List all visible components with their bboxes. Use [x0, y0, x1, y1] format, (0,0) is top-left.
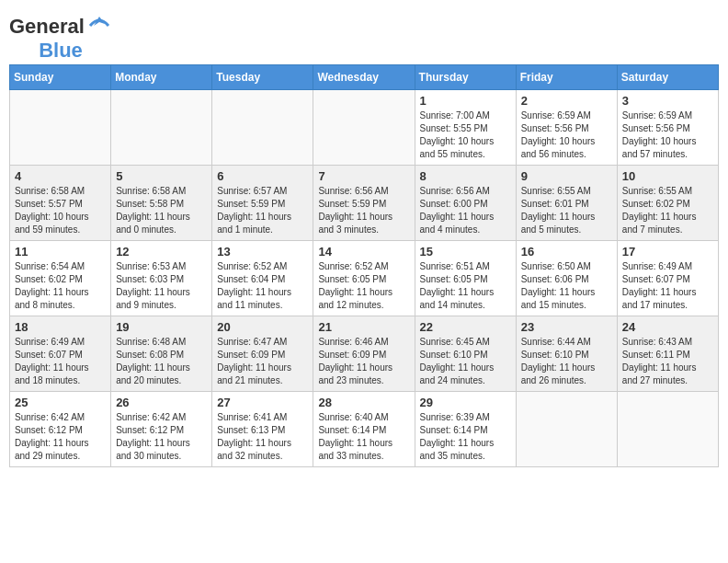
- calendar-cell: 7Sunrise: 6:56 AM Sunset: 5:59 PM Daylig…: [313, 166, 415, 241]
- calendar-cell: 21Sunrise: 6:46 AM Sunset: 6:09 PM Dayli…: [313, 316, 415, 392]
- calendar-cell: 24Sunrise: 6:43 AM Sunset: 6:11 PM Dayli…: [617, 316, 718, 392]
- day-info: Sunrise: 6:39 AM Sunset: 6:14 PM Dayligh…: [420, 411, 511, 463]
- day-number: 23: [521, 320, 612, 334]
- day-number: 24: [622, 320, 713, 334]
- day-number: 6: [217, 169, 308, 183]
- calendar-cell: 25Sunrise: 6:42 AM Sunset: 6:12 PM Dayli…: [10, 392, 111, 467]
- day-info: Sunrise: 7:00 AM Sunset: 5:55 PM Dayligh…: [420, 109, 511, 161]
- calendar-cell: 13Sunrise: 6:52 AM Sunset: 6:04 PM Dayli…: [212, 241, 313, 316]
- day-info: Sunrise: 6:42 AM Sunset: 6:12 PM Dayligh…: [15, 411, 106, 463]
- day-info: Sunrise: 6:51 AM Sunset: 6:05 PM Dayligh…: [420, 260, 511, 312]
- day-info: Sunrise: 6:44 AM Sunset: 6:10 PM Dayligh…: [521, 336, 612, 387]
- day-info: Sunrise: 6:57 AM Sunset: 5:59 PM Dayligh…: [217, 185, 308, 236]
- calendar-cell: 28Sunrise: 6:40 AM Sunset: 6:14 PM Dayli…: [313, 392, 415, 467]
- day-info: Sunrise: 6:52 AM Sunset: 6:05 PM Dayligh…: [318, 260, 409, 312]
- day-info: Sunrise: 6:50 AM Sunset: 6:06 PM Dayligh…: [521, 260, 612, 312]
- column-header-monday: Monday: [111, 65, 212, 90]
- day-info: Sunrise: 6:56 AM Sunset: 6:00 PM Dayligh…: [420, 185, 511, 236]
- day-info: Sunrise: 6:40 AM Sunset: 6:14 PM Dayligh…: [318, 411, 409, 463]
- day-number: 15: [420, 245, 511, 259]
- calendar-header-row: SundayMondayTuesdayWednesdayThursdayFrid…: [10, 65, 719, 90]
- calendar-cell: [10, 90, 111, 166]
- calendar-cell: 2Sunrise: 6:59 AM Sunset: 5:56 PM Daylig…: [516, 90, 617, 166]
- calendar-cell: 19Sunrise: 6:48 AM Sunset: 6:08 PM Dayli…: [111, 316, 212, 392]
- column-header-sunday: Sunday: [10, 65, 111, 90]
- calendar-cell: 15Sunrise: 6:51 AM Sunset: 6:05 PM Dayli…: [415, 241, 516, 316]
- calendar-cell: 9Sunrise: 6:55 AM Sunset: 6:01 PM Daylig…: [516, 166, 617, 241]
- day-number: 29: [420, 396, 511, 409]
- calendar-cell: [313, 90, 415, 166]
- day-number: 21: [318, 320, 409, 334]
- calendar-cell: 26Sunrise: 6:42 AM Sunset: 6:12 PM Dayli…: [111, 392, 212, 467]
- column-header-friday: Friday: [516, 65, 617, 90]
- column-header-tuesday: Tuesday: [212, 65, 313, 90]
- calendar-cell: 1Sunrise: 7:00 AM Sunset: 5:55 PM Daylig…: [415, 90, 516, 166]
- day-info: Sunrise: 6:46 AM Sunset: 6:09 PM Dayligh…: [318, 336, 409, 387]
- day-number: 17: [622, 245, 713, 259]
- day-number: 14: [318, 245, 409, 259]
- column-header-wednesday: Wednesday: [313, 65, 415, 90]
- day-number: 7: [318, 169, 409, 183]
- day-number: 10: [622, 169, 713, 183]
- day-info: Sunrise: 6:59 AM Sunset: 5:56 PM Dayligh…: [622, 109, 713, 161]
- calendar-cell: 14Sunrise: 6:52 AM Sunset: 6:05 PM Dayli…: [313, 241, 415, 316]
- day-number: 8: [420, 169, 511, 183]
- calendar-cell: 6Sunrise: 6:57 AM Sunset: 5:59 PM Daylig…: [212, 166, 313, 241]
- logo: General Blue: [9, 13, 112, 61]
- calendar-cell: [212, 90, 313, 166]
- day-info: Sunrise: 6:43 AM Sunset: 6:11 PM Dayligh…: [622, 336, 713, 387]
- calendar-row-week-1: 1Sunrise: 7:00 AM Sunset: 5:55 PM Daylig…: [10, 90, 719, 166]
- day-number: 16: [521, 245, 612, 259]
- calendar-cell: 8Sunrise: 6:56 AM Sunset: 6:00 PM Daylig…: [415, 166, 516, 241]
- calendar-cell: 18Sunrise: 6:49 AM Sunset: 6:07 PM Dayli…: [10, 316, 111, 392]
- day-number: 19: [116, 320, 207, 334]
- day-info: Sunrise: 6:48 AM Sunset: 6:08 PM Dayligh…: [116, 336, 207, 387]
- logo-icon: [86, 13, 112, 39]
- calendar-cell: 27Sunrise: 6:41 AM Sunset: 6:13 PM Dayli…: [212, 392, 313, 467]
- calendar-row-week-4: 18Sunrise: 6:49 AM Sunset: 6:07 PM Dayli…: [10, 316, 719, 392]
- calendar-table: SundayMondayTuesdayWednesdayThursdayFrid…: [9, 64, 719, 467]
- calendar-cell: 3Sunrise: 6:59 AM Sunset: 5:56 PM Daylig…: [617, 90, 718, 166]
- calendar-cell: 17Sunrise: 6:49 AM Sunset: 6:07 PM Dayli…: [617, 241, 718, 316]
- day-number: 5: [116, 169, 207, 183]
- calendar-cell: 20Sunrise: 6:47 AM Sunset: 6:09 PM Dayli…: [212, 316, 313, 392]
- calendar-cell: 4Sunrise: 6:58 AM Sunset: 5:57 PM Daylig…: [10, 166, 111, 241]
- day-info: Sunrise: 6:55 AM Sunset: 6:01 PM Dayligh…: [521, 185, 612, 236]
- day-number: 26: [116, 396, 207, 409]
- day-number: 12: [116, 245, 207, 259]
- day-number: 18: [15, 320, 106, 334]
- day-info: Sunrise: 6:47 AM Sunset: 6:09 PM Dayligh…: [217, 336, 308, 387]
- day-number: 28: [318, 396, 409, 409]
- day-number: 4: [15, 169, 106, 183]
- calendar-row-week-2: 4Sunrise: 6:58 AM Sunset: 5:57 PM Daylig…: [10, 166, 719, 241]
- page-header: General Blue: [9, 9, 719, 61]
- calendar-cell: [617, 392, 718, 467]
- day-info: Sunrise: 6:54 AM Sunset: 6:02 PM Dayligh…: [15, 260, 106, 312]
- day-info: Sunrise: 6:59 AM Sunset: 5:56 PM Dayligh…: [521, 109, 612, 161]
- calendar-row-week-3: 11Sunrise: 6:54 AM Sunset: 6:02 PM Dayli…: [10, 241, 719, 316]
- day-info: Sunrise: 6:52 AM Sunset: 6:04 PM Dayligh…: [217, 260, 308, 312]
- column-header-saturday: Saturday: [617, 65, 718, 90]
- day-number: 22: [420, 320, 511, 334]
- calendar-cell: 29Sunrise: 6:39 AM Sunset: 6:14 PM Dayli…: [415, 392, 516, 467]
- day-info: Sunrise: 6:45 AM Sunset: 6:10 PM Dayligh…: [420, 336, 511, 387]
- day-number: 25: [15, 396, 106, 409]
- day-info: Sunrise: 6:58 AM Sunset: 5:57 PM Dayligh…: [15, 185, 106, 236]
- day-info: Sunrise: 6:41 AM Sunset: 6:13 PM Dayligh…: [217, 411, 308, 463]
- day-number: 27: [217, 396, 308, 409]
- day-number: 2: [521, 94, 612, 108]
- day-number: 3: [622, 94, 713, 108]
- calendar-cell: 11Sunrise: 6:54 AM Sunset: 6:02 PM Dayli…: [10, 241, 111, 316]
- logo-blue-text: Blue: [39, 40, 83, 61]
- day-info: Sunrise: 6:55 AM Sunset: 6:02 PM Dayligh…: [622, 185, 713, 236]
- calendar-cell: [516, 392, 617, 467]
- calendar-cell: [111, 90, 212, 166]
- logo-text: General: [9, 17, 85, 37]
- calendar-cell: 23Sunrise: 6:44 AM Sunset: 6:10 PM Dayli…: [516, 316, 617, 392]
- calendar-row-week-5: 25Sunrise: 6:42 AM Sunset: 6:12 PM Dayli…: [10, 392, 719, 467]
- column-header-thursday: Thursday: [415, 65, 516, 90]
- calendar-cell: 12Sunrise: 6:53 AM Sunset: 6:03 PM Dayli…: [111, 241, 212, 316]
- calendar-cell: 22Sunrise: 6:45 AM Sunset: 6:10 PM Dayli…: [415, 316, 516, 392]
- day-info: Sunrise: 6:42 AM Sunset: 6:12 PM Dayligh…: [116, 411, 207, 463]
- day-info: Sunrise: 6:49 AM Sunset: 6:07 PM Dayligh…: [622, 260, 713, 312]
